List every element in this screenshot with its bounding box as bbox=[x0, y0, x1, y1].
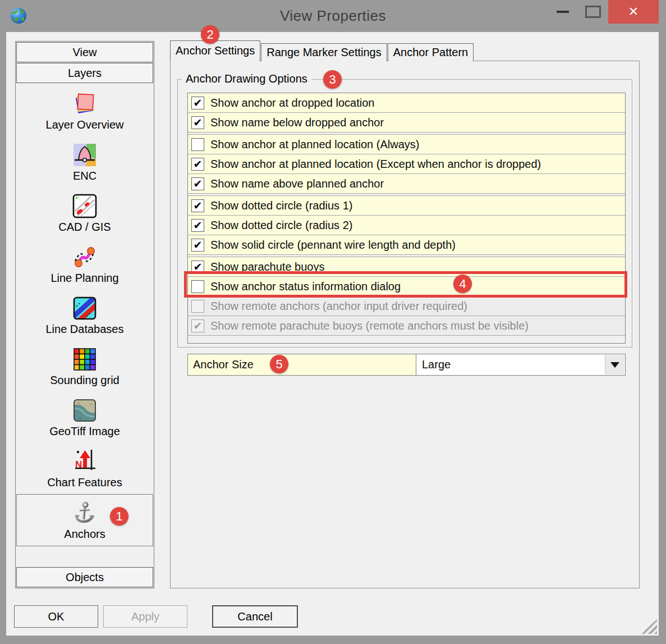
anchor-drawing-options-group: Anchor Drawing Options ✔ Show anchor at … bbox=[177, 79, 632, 348]
enc-icon bbox=[72, 142, 98, 168]
group-title: Anchor Drawing Options bbox=[182, 72, 311, 85]
option-list-filler bbox=[188, 336, 625, 343]
sidebar-item-line-planning[interactable]: Line Planning bbox=[16, 239, 154, 290]
tab-page: Anchor Settings Range Marker Settings An… bbox=[170, 61, 640, 588]
sidebar-item-label: Sounding grid bbox=[50, 374, 119, 387]
option-show-anchor-planned-always[interactable]: Show anchor at planned location (Always) bbox=[188, 134, 625, 154]
sidebar-item-layer-overview[interactable]: Layer Overview bbox=[16, 85, 154, 136]
sidebar-item-label: CAD / GIS bbox=[58, 221, 111, 234]
sidebar-item-enc[interactable]: ENC bbox=[16, 136, 154, 188]
checkbox[interactable] bbox=[191, 138, 204, 151]
sidebar-button-view[interactable]: View bbox=[16, 42, 153, 62]
checkbox[interactable]: ✔ bbox=[191, 177, 204, 190]
sidebar-button-objects[interactable]: Objects bbox=[16, 567, 153, 587]
geotiff-image-icon bbox=[72, 398, 98, 423]
close-button[interactable]: ✕ bbox=[608, 0, 659, 24]
tab-range-marker-settings[interactable]: Range Marker Settings bbox=[261, 43, 387, 61]
tab-anchor-settings[interactable]: Anchor Settings bbox=[170, 40, 260, 62]
anchor-icon bbox=[72, 500, 98, 526]
option-show-dotted-circle-1[interactable]: ✔ Show dotted circle (radius 1) bbox=[188, 195, 625, 216]
line-databases-icon bbox=[72, 295, 98, 321]
sounding-grid-icon bbox=[72, 346, 98, 372]
option-show-parachute-buoys[interactable]: ✔ Show parachute buoys bbox=[188, 257, 625, 277]
titlebar: View Properties ✕ bbox=[0, 0, 666, 32]
apply-button: Apply bbox=[103, 605, 187, 628]
layer-overview-icon bbox=[72, 91, 98, 117]
sidebar-item-label: ENC bbox=[73, 170, 97, 182]
checkbox[interactable] bbox=[191, 280, 204, 293]
dialog-body: View Layers Layer Overview bbox=[6, 32, 659, 636]
sidebar-item-label: Line Databases bbox=[46, 323, 124, 336]
callout-4: 4 bbox=[453, 275, 472, 293]
sidebar-item-geotiff-image[interactable]: GeoTiff Image bbox=[16, 392, 154, 443]
sidebar-item-sounding-grid[interactable]: Sounding grid bbox=[16, 341, 154, 392]
anchor-size-row: Anchor Size Large bbox=[187, 354, 626, 376]
sidebar-item-cad-gis[interactable]: CAD / GIS bbox=[16, 188, 154, 239]
checkbox[interactable]: ✔ bbox=[191, 97, 204, 109]
callout-3: 3 bbox=[323, 70, 342, 89]
sidebar-item-label: GeoTiff Image bbox=[49, 425, 120, 438]
cad-gis-icon bbox=[72, 193, 98, 219]
checkbox[interactable]: ✔ bbox=[191, 261, 204, 273]
line-planning-icon bbox=[72, 244, 98, 270]
checkbox[interactable]: ✔ bbox=[191, 116, 204, 129]
checkbox[interactable]: ✔ bbox=[191, 199, 204, 212]
sidebar-item-label: Layer Overview bbox=[46, 118, 124, 131]
option-show-name-below-dropped[interactable]: ✔ Show name below dropped anchor bbox=[188, 113, 625, 133]
window-controls: ✕ bbox=[548, 0, 659, 24]
option-show-dotted-circle-2[interactable]: ✔ Show dotted circle (radius 2) bbox=[188, 216, 625, 235]
maximize-button[interactable] bbox=[578, 0, 608, 24]
sidebar-item-chart-features[interactable]: N Chart Features bbox=[16, 443, 154, 494]
dropdown-arrow-button[interactable] bbox=[605, 355, 624, 374]
layer-item-list: Layer Overview ENC bbox=[16, 85, 154, 546]
sidebar-item-line-databases[interactable]: Line Databases bbox=[16, 290, 154, 341]
checkbox bbox=[191, 300, 204, 313]
sidebar-item-label: Anchors bbox=[64, 528, 105, 541]
sidebar: View Layers Layer Overview bbox=[15, 41, 154, 588]
option-list: ✔ Show anchor at dropped location ✔ Show… bbox=[187, 93, 626, 344]
checkbox[interactable]: ✔ bbox=[191, 239, 204, 252]
anchor-size-value: Large bbox=[422, 358, 451, 371]
callout-1: 1 bbox=[110, 507, 128, 526]
resize-grip[interactable] bbox=[640, 619, 657, 634]
anchor-size-label: Anchor Size bbox=[188, 354, 416, 375]
option-show-remote-anchors: Show remote anchors (anchor input driver… bbox=[188, 296, 625, 316]
tab-strip: Anchor Settings Range Marker Settings An… bbox=[170, 43, 474, 61]
anchor-size-dropdown[interactable]: Large bbox=[416, 354, 625, 375]
callout-2: 2 bbox=[201, 25, 219, 44]
option-show-anchor-status-dialog[interactable]: Show anchor status information dialog bbox=[188, 277, 625, 296]
option-show-name-above-planned[interactable]: ✔ Show name above planned anchor bbox=[188, 174, 625, 194]
close-icon: ✕ bbox=[628, 4, 639, 19]
sidebar-item-label: Line Planning bbox=[50, 272, 118, 285]
callout-5: 5 bbox=[270, 355, 288, 373]
option-show-anchor-dropped[interactable]: ✔ Show anchor at dropped location bbox=[188, 93, 625, 113]
option-show-solid-circle[interactable]: ✔ Show solid circle (pennant wire length… bbox=[188, 235, 625, 255]
sidebar-button-layers[interactable]: Layers bbox=[16, 63, 153, 83]
cancel-button[interactable]: Cancel bbox=[212, 605, 298, 628]
tab-anchor-pattern[interactable]: Anchor Pattern bbox=[388, 43, 474, 61]
sidebar-item-anchors[interactable]: Anchors bbox=[16, 494, 153, 546]
ok-button[interactable]: OK bbox=[14, 605, 98, 628]
maximize-icon bbox=[585, 6, 601, 18]
svg-text:N: N bbox=[75, 459, 82, 470]
sidebar-item-label: Chart Features bbox=[47, 476, 122, 489]
option-show-anchor-planned-except[interactable]: ✔ Show anchor at planned location (Excep… bbox=[188, 154, 625, 174]
checkbox: ✔ bbox=[191, 319, 204, 332]
option-show-remote-parachute-buoys: ✔ Show remote parachute buoys (remote an… bbox=[188, 316, 625, 336]
minimize-button[interactable] bbox=[548, 0, 578, 24]
chart-features-icon: N bbox=[72, 449, 98, 474]
checkbox[interactable]: ✔ bbox=[191, 219, 204, 232]
minimize-icon bbox=[557, 11, 569, 13]
checkbox[interactable]: ✔ bbox=[191, 158, 204, 171]
chevron-down-icon bbox=[610, 362, 619, 368]
